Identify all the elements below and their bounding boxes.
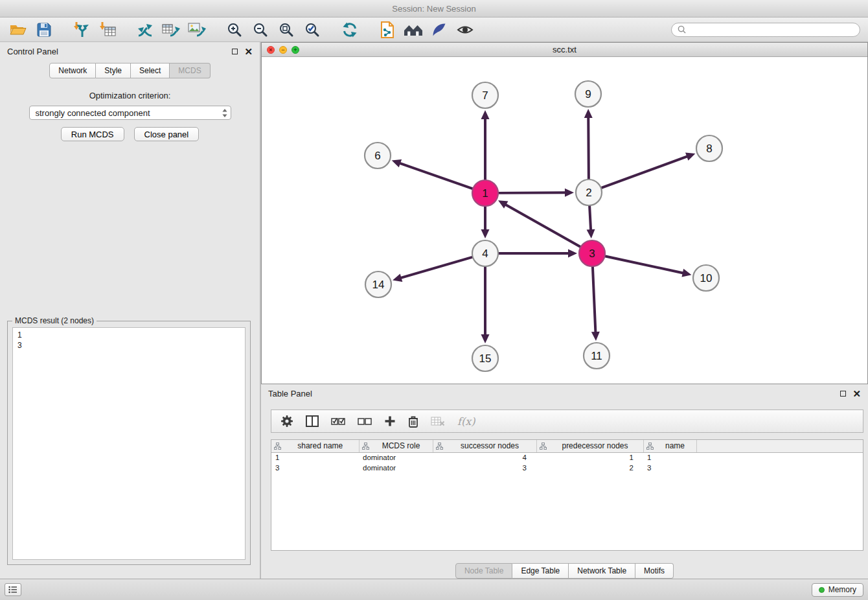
- show-columns-button[interactable]: [306, 415, 319, 427]
- table-cell[interactable]: dominator: [359, 463, 433, 473]
- column-tree-icon: [274, 443, 281, 450]
- tab-node-table[interactable]: Node Table: [455, 563, 513, 579]
- column-header-shared-name[interactable]: shared name: [271, 440, 359, 452]
- column-header-predecessor-nodes[interactable]: predecessor nodes: [536, 440, 643, 452]
- save-session-button[interactable]: [34, 20, 54, 40]
- add-row-button[interactable]: [384, 415, 396, 427]
- table-row[interactable]: 3dominator323: [271, 463, 863, 473]
- window-close-button[interactable]: ×: [267, 46, 275, 54]
- column-tree-icon: [362, 443, 369, 450]
- optimization-dropdown[interactable]: strongly connected component: [29, 106, 231, 120]
- network-canvas[interactable]: 7968124314101511: [262, 57, 866, 384]
- network-from-table-button[interactable]: [161, 20, 181, 40]
- clone-network-button[interactable]: [377, 20, 398, 40]
- run-mcds-button[interactable]: Run MCDS: [61, 127, 124, 141]
- table-cell[interactable]: 3: [271, 463, 359, 473]
- graph-edge[interactable]: [601, 153, 696, 189]
- tab-motifs[interactable]: Motifs: [635, 563, 674, 579]
- zoom-fit-button[interactable]: [276, 20, 297, 40]
- home-button[interactable]: [403, 20, 424, 40]
- table-settings-button[interactable]: [280, 415, 293, 428]
- zoom-out-button[interactable]: [250, 20, 271, 40]
- graph-node[interactable]: 2: [576, 179, 602, 205]
- search-icon: [678, 25, 686, 34]
- tab-edge-table[interactable]: Edge Table: [512, 563, 569, 579]
- table-cell[interactable]: 1: [271, 452, 359, 463]
- window-zoom-button[interactable]: +: [291, 46, 299, 54]
- graph-edge[interactable]: [587, 205, 595, 238]
- table-cell[interactable]: 1: [536, 452, 643, 463]
- graph-edge[interactable]: [584, 109, 593, 179]
- graph-node[interactable]: 1: [472, 180, 498, 206]
- table-cell[interactable]: 3: [643, 463, 696, 473]
- deselect-all-icon: [358, 416, 372, 426]
- graph-edge[interactable]: [481, 206, 490, 238]
- graph-edge[interactable]: [481, 266, 490, 343]
- window-minimize-button[interactable]: −: [279, 46, 287, 54]
- column-tree-icon: [540, 443, 547, 450]
- panel-list-button[interactable]: [5, 583, 21, 596]
- tab-style[interactable]: Style: [96, 63, 131, 78]
- graph-edge[interactable]: [393, 257, 473, 282]
- tab-select[interactable]: Select: [131, 63, 170, 78]
- zoom-in-button[interactable]: [224, 20, 245, 40]
- tab-network[interactable]: Network: [49, 63, 96, 78]
- graph-node[interactable]: 6: [365, 143, 391, 168]
- svg-text:7: 7: [482, 89, 488, 102]
- select-all-button[interactable]: [331, 416, 345, 426]
- tab-network-table[interactable]: Network Table: [569, 563, 635, 579]
- graph-node[interactable]: 9: [575, 81, 601, 107]
- mcds-result-item[interactable]: 3: [17, 340, 240, 351]
- mcds-result-list[interactable]: 13: [12, 327, 246, 560]
- float-panel-icon[interactable]: [232, 49, 238, 54]
- graph-edge[interactable]: [498, 249, 577, 258]
- table-cell[interactable]: dominator: [359, 452, 433, 463]
- search-input[interactable]: [689, 25, 854, 34]
- graph-node[interactable]: 3: [579, 240, 605, 266]
- graph-node[interactable]: 15: [472, 345, 498, 371]
- function-builder-button[interactable]: f(x): [457, 415, 475, 428]
- table-cell[interactable]: 1: [643, 452, 696, 463]
- table-row[interactable]: 1dominator411: [271, 452, 863, 463]
- graph-edge[interactable]: [392, 159, 473, 189]
- graph-node[interactable]: 11: [584, 343, 610, 369]
- column-header-successor-nodes[interactable]: successor nodes: [433, 440, 536, 452]
- graph-edge[interactable]: [591, 266, 600, 341]
- close-panel-button[interactable]: Close panel: [134, 127, 200, 141]
- delete-table-button[interactable]: [431, 416, 445, 426]
- refresh-view-button[interactable]: [339, 20, 360, 40]
- memory-button[interactable]: Memory: [812, 583, 863, 597]
- style-button[interactable]: [429, 20, 450, 40]
- close-table-panel-icon[interactable]: ✕: [852, 389, 861, 398]
- delete-row-button[interactable]: [408, 415, 418, 428]
- graph-node[interactable]: 14: [365, 271, 391, 297]
- table-cell[interactable]: 2: [536, 463, 643, 473]
- table-cell[interactable]: 4: [433, 452, 536, 463]
- float-table-panel-icon[interactable]: [840, 391, 846, 397]
- import-network-file-button[interactable]: [71, 20, 92, 40]
- open-session-button[interactable]: [8, 20, 29, 40]
- graph-edge[interactable]: [498, 189, 574, 197]
- table-cell[interactable]: 3: [433, 463, 536, 473]
- zoom-selected-button[interactable]: [302, 20, 323, 40]
- import-table-file-button[interactable]: [97, 20, 118, 40]
- tab-mcds[interactable]: MCDS: [170, 63, 210, 78]
- column-header-MCDS-role[interactable]: MCDS role: [359, 440, 433, 452]
- new-network-button[interactable]: [135, 20, 155, 40]
- mcds-result-item[interactable]: 1: [17, 330, 240, 340]
- graph-node[interactable]: 4: [472, 240, 498, 266]
- svg-text:10: 10: [700, 272, 713, 284]
- window-title: Session: New Session: [392, 4, 475, 14]
- graph-edge[interactable]: [605, 256, 692, 277]
- control-panel: Control Panel ✕ NetworkStyleSelectMCDS O…: [0, 42, 261, 579]
- graph-edge[interactable]: [481, 110, 490, 180]
- graph-node[interactable]: 7: [472, 82, 498, 108]
- graph-node[interactable]: 10: [693, 265, 719, 291]
- deselect-all-button[interactable]: [358, 416, 372, 426]
- close-panel-icon[interactable]: ✕: [244, 47, 253, 56]
- export-image-button[interactable]: [187, 20, 207, 40]
- show-hide-button[interactable]: [455, 20, 475, 40]
- column-header-name[interactable]: name: [643, 440, 696, 452]
- graph-node[interactable]: 8: [696, 135, 722, 161]
- graph-edge[interactable]: [498, 200, 581, 247]
